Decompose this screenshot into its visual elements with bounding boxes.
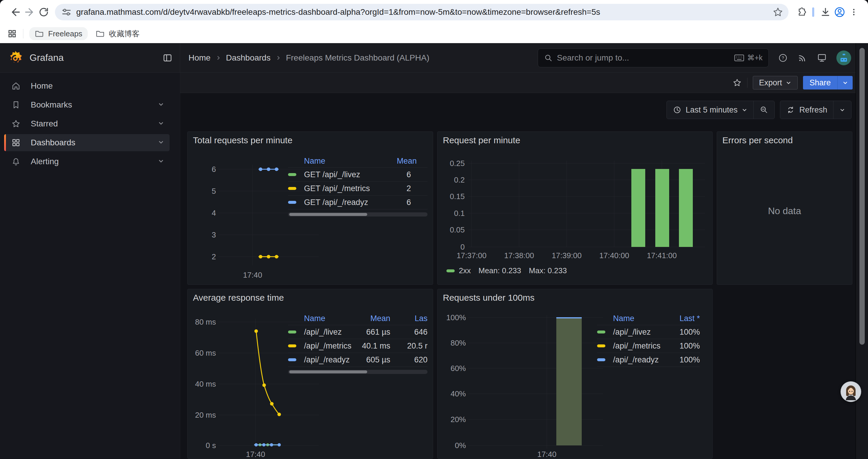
export-button[interactable]: Export: [753, 76, 798, 90]
breadcrumb-current: Freeleaps Metrics Dashboard (ALPHA): [286, 53, 430, 63]
legend-row[interactable]: /api/_/livez 100%: [597, 325, 700, 339]
series-max: Max: 0.233: [529, 266, 567, 275]
panel-errors-per-second[interactable]: Errors per second No data: [717, 131, 852, 285]
sidebar-item-dashboards[interactable]: Dashboards: [4, 134, 169, 151]
refresh-button[interactable]: Refresh: [780, 101, 833, 119]
series-name[interactable]: GET /api/_/metrics: [304, 184, 397, 193]
legend-col-mean[interactable]: Mean: [397, 157, 428, 166]
bookmark-icon: [11, 100, 21, 109]
bookmarks-bar: Freeleaps 收藏博客: [0, 24, 868, 43]
series-name[interactable]: GET /api/_/livez: [304, 170, 397, 179]
panel-requests-under-100ms[interactable]: Requests under 100ms: [437, 289, 713, 459]
series-name[interactable]: /api/_/metrics: [613, 341, 672, 351]
series-color-chip: [288, 345, 296, 347]
legend-col-mean[interactable]: Mean: [361, 314, 402, 323]
refresh-icon: [786, 105, 795, 114]
panel-total-requests[interactable]: Total requests per minute: [187, 131, 433, 285]
sidebar-item-starred[interactable]: Starred: [4, 115, 169, 132]
share-button[interactable]: Share: [803, 76, 837, 90]
browser-menu-icon[interactable]: [847, 5, 861, 19]
breadcrumb-home[interactable]: Home: [188, 53, 211, 63]
legend-row[interactable]: GET /api/_/readyz 6: [288, 196, 428, 209]
brand-area: Grafana: [0, 43, 180, 72]
legend-row[interactable]: /api/_/readyz 605 µs 620: [288, 353, 428, 367]
legend-row[interactable]: /api/_/livez 661 µs 646: [288, 325, 428, 339]
grafana-logo-icon[interactable]: [8, 50, 23, 66]
bookmark-folder-freeleaps[interactable]: Freeleaps: [29, 27, 88, 40]
browser-toolbar: [0, 0, 868, 24]
series-name[interactable]: /api/_/metrics: [304, 341, 361, 351]
series-mean: 605 µs: [361, 355, 402, 364]
scrollbar-thumb[interactable]: [860, 48, 865, 345]
browser-reload-icon[interactable]: [37, 5, 51, 19]
series-name[interactable]: /api/_/readyz: [613, 355, 672, 364]
extensions-icon[interactable]: [794, 5, 808, 19]
legend-scrollbar[interactable]: [288, 212, 428, 217]
sidebar-toggle-icon[interactable]: [162, 53, 173, 63]
scrollbar-thumb[interactable]: [289, 213, 367, 216]
chevron-down-icon[interactable]: [158, 119, 164, 129]
browser-forward-icon[interactable]: [23, 5, 37, 19]
browser-back-icon[interactable]: [8, 5, 23, 19]
series-last: 646: [402, 328, 428, 337]
search-box[interactable]: ⌘+k: [538, 48, 769, 67]
search-input[interactable]: [557, 53, 734, 63]
breadcrumb-dashboards[interactable]: Dashboards: [226, 53, 271, 63]
chevron-down-icon[interactable]: [158, 157, 164, 166]
sidebar-item-alerting[interactable]: Alerting: [4, 153, 169, 170]
legend-row[interactable]: GET /api/_/livez 6: [288, 168, 428, 182]
floating-assistant-avatar[interactable]: [840, 381, 861, 402]
user-avatar[interactable]: [836, 50, 851, 66]
sidebar-item-home[interactable]: Home: [4, 77, 169, 95]
dashboards-grid-icon: [11, 138, 21, 147]
bookmark-star-icon[interactable]: [773, 7, 783, 18]
url-input[interactable]: [76, 7, 769, 17]
sidebar-item-label: Home: [31, 81, 164, 91]
apps-grid-icon[interactable]: [7, 29, 17, 39]
legend-table: Name Mean Las /api/_/livez 661 µs 646: [288, 312, 428, 374]
legend-col-name[interactable]: Name: [613, 314, 672, 323]
series-name[interactable]: /api/_/livez: [613, 328, 672, 337]
favorite-star-icon[interactable]: [733, 78, 742, 88]
time-range-picker[interactable]: Last 5 minutes: [667, 101, 754, 119]
site-settings-icon[interactable]: [61, 7, 71, 17]
zoom-out-button[interactable]: [753, 101, 774, 119]
legend-col-name[interactable]: Name: [304, 314, 361, 323]
chevron-down-icon[interactable]: [158, 138, 164, 147]
legend-col-name[interactable]: Name: [304, 157, 397, 166]
legend-col-last[interactable]: Last *: [672, 314, 700, 323]
series-color-chip: [597, 358, 606, 361]
series-name[interactable]: 2xx: [459, 266, 471, 275]
chevron-down-icon[interactable]: [158, 100, 164, 109]
refresh-interval-button[interactable]: [833, 101, 851, 119]
chevron-down-icon: [785, 80, 792, 86]
panel-avg-response-time[interactable]: Average response time: [187, 289, 433, 459]
legend-row[interactable]: /api/_/readyz 100%: [597, 353, 700, 367]
series-name[interactable]: /api/_/livez: [304, 328, 361, 337]
series-name[interactable]: GET /api/_/readyz: [304, 198, 397, 207]
y-tick: 0%: [438, 441, 466, 450]
url-bar[interactable]: [55, 4, 788, 21]
share-menu-button[interactable]: [837, 76, 852, 90]
profile-icon[interactable]: [833, 5, 847, 19]
legend-header: Name Mean Las: [288, 312, 428, 325]
news-rss-icon[interactable]: [797, 53, 808, 63]
legend-col-last[interactable]: Las: [402, 314, 428, 323]
panel-title[interactable]: Errors per second: [722, 135, 793, 145]
bookmark-folder-blogs[interactable]: 收藏博客: [90, 27, 145, 41]
bookmark-label: 收藏博客: [109, 29, 140, 39]
legend-row[interactable]: /api/_/metrics 100%: [597, 339, 700, 353]
scrollbar-thumb[interactable]: [289, 370, 367, 373]
legend-scrollbar[interactable]: [288, 370, 428, 374]
legend-row[interactable]: /api/_/metrics 40.1 ms 20.5 r: [288, 339, 428, 353]
y-tick: 0.2: [438, 175, 465, 184]
monitor-icon[interactable]: [816, 53, 827, 63]
sidebar-item-bookmarks[interactable]: Bookmarks: [4, 96, 169, 113]
series-name[interactable]: /api/_/readyz: [304, 355, 361, 364]
panel-request-per-minute[interactable]: Request per minute: [437, 131, 713, 285]
legend-row[interactable]: GET /api/_/metrics 2: [288, 182, 428, 196]
x-tick: 17:39:00: [543, 251, 590, 260]
legend[interactable]: 2xx Mean: 0.233 Max: 0.233: [446, 266, 567, 275]
help-icon[interactable]: ?: [778, 53, 788, 63]
downloads-icon[interactable]: [818, 5, 833, 19]
